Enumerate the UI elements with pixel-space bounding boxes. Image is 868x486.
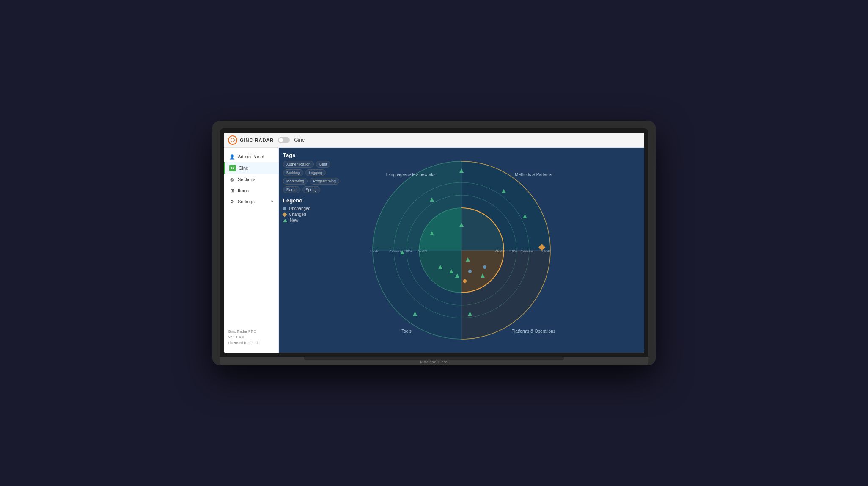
- top-bar-title: Ginc: [294, 137, 305, 143]
- sidebar-item-label-settings: Settings: [238, 199, 255, 204]
- blip-dot-2: [483, 265, 486, 269]
- changed-diamond-icon: [282, 212, 287, 217]
- ring-access-left: ACCESS: [390, 249, 402, 252]
- tags-title: Tags: [283, 152, 339, 158]
- content-area: Tags Authentication Best Building Loggin…: [279, 148, 644, 353]
- footer-license: Licensed to ginc-it: [228, 340, 274, 346]
- app-name: GINC RADAR: [240, 138, 274, 143]
- ring-hold-right: HOLD: [542, 249, 550, 252]
- legend-title: Legend: [283, 197, 339, 204]
- legend-new-label: New: [290, 218, 298, 223]
- tags-row-4: Radar Spring: [283, 186, 339, 193]
- tags-row-1: Authentication Best: [283, 161, 339, 168]
- ring-hold-left: HOLD: [370, 249, 378, 252]
- ring-adopt-left: ADOPT: [418, 249, 428, 252]
- tag-programming[interactable]: Programming: [310, 178, 339, 185]
- tags-row-2: Building Logging: [283, 169, 339, 176]
- ring-trial-left: TRIAL: [404, 249, 412, 252]
- sidebar-item-settings[interactable]: ⚙ Settings ▼: [224, 196, 278, 207]
- app-logo: [228, 135, 237, 145]
- radar-svg: HOLD ACCESS TRIAL ADOPT ADOPT TRIAL ACCE…: [318, 148, 605, 353]
- laptop-stand: [304, 357, 564, 360]
- tag-logging[interactable]: Logging: [305, 169, 326, 176]
- toggle-switch[interactable]: [278, 137, 290, 143]
- tag-spring[interactable]: Spring: [302, 186, 320, 193]
- items-icon: ⊞: [229, 188, 235, 193]
- blip-dot-1: [468, 270, 472, 273]
- logo-area: GINC RADAR: [228, 135, 274, 145]
- legend-unchanged: Unchanged: [283, 206, 339, 211]
- sidebar-item-label-sections: Sections: [238, 177, 255, 182]
- quadrant-methods-patterns: Methods & Patterns: [515, 172, 552, 177]
- sidebar-item-label-admin: Admin Panel: [238, 154, 264, 159]
- legend-section: Legend Unchanged Changed N: [283, 197, 339, 223]
- screen: GINC RADAR Ginc 👤 Admin Panel G Ginc: [224, 133, 644, 353]
- settings-icon: ⚙: [229, 199, 235, 204]
- ring-trial-right: TRIAL: [509, 249, 517, 252]
- new-triangle-icon: [283, 219, 287, 222]
- top-bar: GINC RADAR Ginc: [224, 133, 644, 148]
- sidebar-footer: Ginc Radar PRO Ver. 1.4.0 Licensed to gi…: [224, 326, 278, 350]
- tag-monitoring[interactable]: Monitoring: [283, 178, 308, 185]
- sidebar: 👤 Admin Panel G Ginc ◎ Sections ⊞ Items: [224, 148, 279, 353]
- legend-changed: Changed: [283, 212, 339, 217]
- main-layout: 👤 Admin Panel G Ginc ◎ Sections ⊞ Items: [224, 148, 644, 353]
- ring-adopt-right: ADOPT: [495, 249, 506, 252]
- admin-icon: 👤: [229, 154, 235, 160]
- sidebar-item-label-items: Items: [238, 188, 249, 193]
- quadrant-platforms: Platforms & Operations: [511, 329, 555, 334]
- tag-best[interactable]: Best: [316, 161, 330, 168]
- tags-row-3: Monitoring Programming: [283, 178, 339, 185]
- info-panel: Tags Authentication Best Building Loggin…: [283, 152, 339, 224]
- legend-new: New: [283, 218, 339, 223]
- sidebar-item-ginc[interactable]: G Ginc: [224, 162, 278, 174]
- settings-left: ⚙ Settings: [229, 199, 255, 204]
- legend-unchanged-label: Unchanged: [289, 206, 310, 211]
- laptop-base: [220, 357, 648, 365]
- ring-access-right: ACCESS: [521, 249, 533, 252]
- footer-product: Ginc Radar PRO: [228, 329, 274, 335]
- chevron-down-icon: ▼: [270, 199, 274, 204]
- sidebar-item-sections[interactable]: ◎ Sections: [224, 174, 278, 185]
- sidebar-item-label-ginc: Ginc: [239, 166, 248, 171]
- blip-dot-3: [463, 279, 467, 283]
- tag-authentication[interactable]: Authentication: [283, 161, 314, 168]
- sidebar-item-admin[interactable]: 👤 Admin Panel: [224, 151, 278, 162]
- tag-radar[interactable]: Radar: [283, 186, 300, 193]
- footer-version: Ver. 1.4.0: [228, 334, 274, 340]
- unchanged-dot-icon: [283, 207, 286, 210]
- quadrant-tools: Tools: [401, 329, 411, 334]
- legend-changed-label: Changed: [289, 212, 306, 217]
- ginc-icon: G: [229, 165, 236, 171]
- laptop-frame: GINC RADAR Ginc 👤 Admin Panel G Ginc: [212, 121, 656, 365]
- tags-section: Tags Authentication Best Building Loggin…: [283, 152, 339, 193]
- tag-building[interactable]: Building: [283, 169, 303, 176]
- quadrant-lang-frameworks: Languages & Frameworks: [386, 172, 436, 177]
- sidebar-item-items[interactable]: ⊞ Items: [224, 185, 278, 196]
- screen-bezel: GINC RADAR Ginc 👤 Admin Panel G Ginc: [220, 128, 648, 357]
- sections-icon: ◎: [229, 177, 235, 182]
